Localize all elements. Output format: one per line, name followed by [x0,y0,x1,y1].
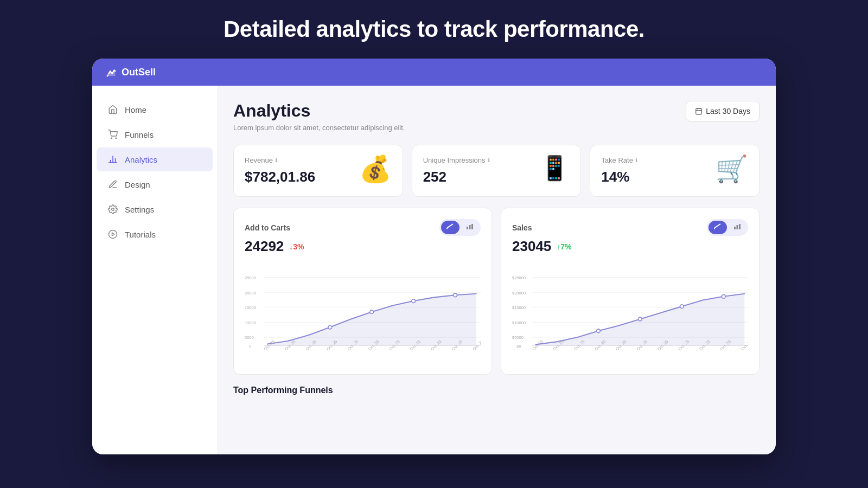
svg-rect-26 [739,224,741,229]
content-area: Analytics Lorem ipsum dolor sit amet, co… [217,86,776,454]
sidebar-label-analytics: Analytics [125,155,157,164]
svg-point-7 [112,208,114,211]
data-point-sales [639,317,642,321]
chart-title-addtocarts: Add to Carts [245,223,290,232]
hero-title: Detailed analytics to track performance. [224,16,644,42]
info-icon-revenue[interactable]: ℹ [275,157,277,164]
sidebar-item-tutorials[interactable]: Tutorials [97,222,213,246]
stat-card-info: Take Rate ℹ 14% [601,156,637,185]
chart-toggle-bar-sales[interactable] [728,221,746,234]
page-title-block: Analytics Lorem ipsum dolor sit amet, co… [233,101,405,132]
page-title: Analytics [233,101,405,121]
stat-label-impressions: Unique Impressions ℹ [423,156,490,164]
y-label: 0 [249,344,251,349]
chart-card-addtocarts: Add to Carts [233,208,492,375]
data-point-sales [597,329,601,333]
chart-value-row-addtocarts: 24292 ↓3% [245,238,481,255]
revenue-emoji: 💰 [359,156,392,182]
stat-card-info: Unique Impressions ℹ 252 [423,156,490,185]
sidebar-label-design: Design [125,180,150,189]
y-label: $15000 [512,305,526,310]
chart-toggle-sales [707,219,748,236]
svg-point-1 [111,138,112,139]
chart-value-sales: 23045 [512,238,551,255]
y-label: 20000 [245,291,256,296]
chart-toggle-bar-addtocarts[interactable] [461,221,479,234]
chart-header-addtocarts: Add to Carts [245,219,481,236]
stat-label-takerate: Take Rate ℹ [601,156,637,164]
line-chart-icon [446,223,454,230]
gear-icon [107,204,118,215]
bottom-section: Top Performing Funnels [233,386,760,395]
svg-rect-25 [737,225,738,229]
sidebar-label-funnels: Funnels [125,130,154,139]
chart-toggle-line-addtocarts[interactable] [441,221,459,234]
svg-point-8 [109,230,117,239]
calendar-icon [695,107,703,115]
sidebar-label-tutorials: Tutorials [125,230,156,239]
stat-card-revenue: Revenue ℹ $782,01.86 💰 [233,145,403,197]
svg-point-0 [107,74,108,75]
date-filter-label: Last 30 Days [706,107,750,115]
sidebar-label-settings: Settings [125,205,154,214]
sidebar-item-analytics[interactable]: Analytics [97,147,213,171]
chart-change-sales: ↑7% [557,242,571,251]
sidebar-item-settings[interactable]: Settings [97,197,213,221]
chart-svg-addtocarts: 25000 20000 15000 10000 5000 0 [245,264,481,361]
svg-marker-9 [112,233,115,236]
stat-card-takerate: Take Rate ℹ 14% 🛒 [590,145,760,197]
logo-text: OutSell [122,67,156,78]
bar-icon [466,223,474,230]
data-point [328,325,332,329]
stat-cards-grid: Revenue ℹ $782,01.86 💰 Unique Impression… [233,145,760,197]
cart-icon [107,129,118,140]
page-subtitle: Lorem ipsum dolor sit amet, consectetur … [233,124,405,132]
data-point-sales [680,305,684,309]
bar-icon-sales [733,223,741,230]
chart-svg-sales: $25000 $20000 $15000 $10000 $5000 $0 [512,264,748,361]
chart-card-sales: Sales [501,208,760,375]
takerate-emoji: 🛒 [716,156,748,182]
info-icon-impressions[interactable]: ℹ [488,157,490,164]
chart-cards-grid: Add to Carts [233,208,760,375]
data-point [370,310,374,314]
y-label: $10000 [512,320,526,325]
data-point [454,293,457,297]
info-icon-takerate[interactable]: ℹ [635,157,637,164]
logo-icon [105,66,117,78]
y-label: 15000 [245,305,256,310]
pen-icon [107,179,118,190]
main-layout: Home Funnels Analytics [92,86,776,454]
stat-value-revenue: $782,01.86 [245,169,315,185]
svg-rect-16 [471,224,473,229]
data-point-sales [722,294,725,298]
page-header: Analytics Lorem ipsum dolor sit amet, co… [233,101,760,132]
y-label: $0 [516,344,521,349]
chart-header-sales: Sales [512,219,748,236]
chart-value-addtocarts: 24292 [245,238,284,255]
line-chart-icon-sales [714,223,722,230]
data-point [412,299,416,303]
svg-rect-14 [467,227,468,229]
play-icon [107,229,118,240]
svg-rect-24 [734,227,736,229]
app-window: OutSell Home [92,59,776,454]
impressions-emoji: 📱 [540,156,570,180]
svg-rect-10 [696,108,702,114]
top-funnels-title: Top Performing Funnels [233,386,760,395]
sidebar-item-design[interactable]: Design [97,172,213,196]
svg-rect-15 [469,225,471,229]
stat-value-takerate: 14% [601,169,637,185]
home-icon [107,104,118,115]
y-label: $25000 [512,275,526,280]
sidebar: Home Funnels Analytics [92,86,217,454]
date-filter-button[interactable]: Last 30 Days [686,101,760,121]
chart-title-sales: Sales [512,223,532,232]
chart-toggle-addtocarts [439,219,481,236]
stat-label-revenue: Revenue ℹ [245,156,315,164]
sidebar-item-home[interactable]: Home [97,98,213,121]
sidebar-item-funnels[interactable]: Funnels [97,123,213,146]
stat-value-impressions: 252 [423,169,490,185]
chart-change-addtocarts: ↓3% [289,242,304,251]
chart-toggle-line-sales[interactable] [709,221,727,234]
